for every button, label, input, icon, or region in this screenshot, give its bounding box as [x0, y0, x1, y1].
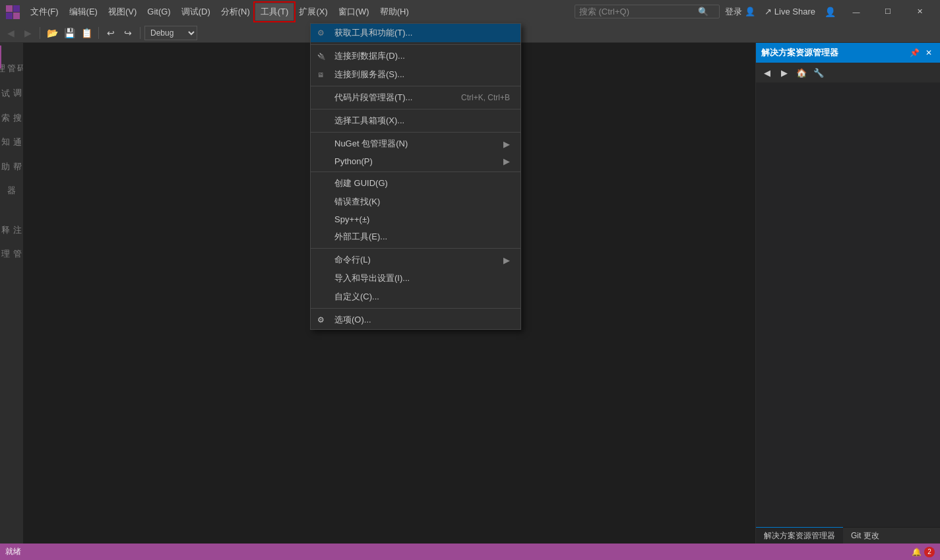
restore-button[interactable]: ☐ — [873, 0, 903, 23]
status-text: 就绪 — [5, 546, 21, 557]
svg-rect-3 — [13, 13, 20, 19]
menu-bar: 文件(F) 编辑(E) 视图(V) Git(G) 调试(D) 分析(N) 工具(… — [25, 3, 569, 20]
solution-home-btn[interactable]: 🏠 — [794, 65, 809, 80]
menu-item-view[interactable]: 视图(V) — [103, 3, 142, 20]
python-label: Python(P) — [334, 156, 373, 166]
menu-sep1 — [311, 44, 520, 45]
notification-area[interactable]: 🔔 2 — [912, 547, 935, 557]
solution-settings-btn[interactable]: 🔧 — [811, 65, 826, 80]
activity-help[interactable]: 帮助 — [0, 143, 23, 166]
menu-commandline[interactable]: 命令行(L) ▶ — [311, 251, 520, 269]
toolbar-back-btn[interactable]: ◀ — [3, 25, 18, 41]
user-icon: 👤 — [745, 7, 755, 16]
menu-connect-db[interactable]: 🔌 连接到数据库(D)... — [311, 47, 520, 65]
live-share-icon: ↗ — [765, 7, 772, 16]
snippet-label: 代码片段管理器(T)... — [334, 92, 412, 104]
toolbar-saveall-btn[interactable]: 📋 — [78, 25, 94, 41]
menu-item-help[interactable]: 帮助(H) — [375, 3, 414, 20]
menu-snippet-manager[interactable]: 代码片段管理器(T)... Ctrl+K, Ctrl+B — [311, 88, 520, 107]
toolbar-forward-btn[interactable]: ▶ — [20, 25, 36, 41]
menu-customize[interactable]: 自定义(C)... — [311, 288, 520, 306]
nuget-label: NuGet 包管理器(N) — [334, 138, 408, 150]
solution-panel-actions: 📌 ✕ — [908, 47, 935, 59]
toolbar-config-dropdown[interactable]: Debug Release — [144, 26, 197, 40]
toolbox-label: 选择工具箱项(X)... — [334, 115, 404, 127]
bell-icon: 🔔 — [912, 547, 922, 557]
solution-tab-solution[interactable]: 解决方案资源管理器 — [756, 527, 843, 544]
menu-sep7 — [311, 308, 520, 309]
python-arrow-icon: ▶ — [493, 156, 510, 166]
menu-item-file[interactable]: 文件(F) — [25, 3, 64, 20]
menu-choose-toolbox[interactable]: 选择工具箱项(X)... — [311, 111, 520, 130]
login-button[interactable]: 登录 👤 — [725, 6, 755, 18]
solution-back-btn[interactable]: ◀ — [760, 65, 774, 80]
live-share-button[interactable]: ↗ Live Share — [761, 5, 819, 18]
login-label: 登录 — [725, 6, 742, 18]
connect-db-label: 连接到数据库(D)... — [334, 50, 405, 62]
menu-item-edit[interactable]: 编辑(E) — [64, 3, 103, 20]
app-logo — [5, 5, 20, 19]
toolbar-sep3 — [140, 27, 141, 39]
menu-sep3 — [311, 109, 520, 109]
server-icon: 🖥 — [317, 71, 324, 78]
import-export-label: 导入和导出设置(I)... — [334, 272, 410, 284]
toolbar-sep2 — [98, 27, 99, 39]
status-right: 🔔 2 — [912, 547, 935, 557]
snippet-shortcut: Ctrl+K, Ctrl+B — [440, 93, 510, 102]
menu-item-analyze[interactable]: 分析(N) — [216, 3, 255, 20]
menu-create-guid[interactable]: 创建 GUID(G) — [311, 174, 520, 193]
panel-close-button[interactable]: ✕ — [923, 47, 935, 59]
search-input[interactable] — [579, 7, 698, 16]
live-share-label: Live Share — [774, 7, 815, 16]
commandline-arrow-icon: ▶ — [493, 255, 510, 265]
activity-search[interactable]: 搜索 — [0, 94, 23, 117]
menu-spy[interactable]: Spy++(±) — [311, 211, 520, 228]
solution-tab-git[interactable]: Git 更改 — [843, 528, 887, 544]
menu-item-debug[interactable]: 调试(D) — [176, 3, 216, 20]
menu-options[interactable]: ⚙ 选项(O)... — [311, 311, 520, 329]
activity-notifications[interactable]: 通知 — [0, 119, 23, 142]
menu-connect-server[interactable]: 🖥 连接到服务器(S)... — [311, 65, 520, 84]
create-guid-label: 创建 GUID(G) — [334, 177, 388, 189]
toolbar-redo-btn[interactable]: ↪ — [120, 25, 136, 41]
menu-nuget[interactable]: NuGet 包管理器(N) ▶ — [311, 135, 520, 153]
tools-dropdown-menu: ⚙ 获取工具和功能(T)... 🔌 连接到数据库(D)... 🖥 连接到服务器(… — [310, 23, 521, 330]
status-left: 就绪 — [5, 546, 21, 557]
menu-item-tools[interactable]: 工具(T) — [255, 3, 294, 20]
panel-pin-button[interactable]: 📌 — [908, 47, 920, 59]
close-button[interactable]: ✕ — [904, 0, 935, 23]
menu-python[interactable]: Python(P) ▶ — [311, 153, 520, 170]
commandline-label: 命令行(L) — [334, 254, 371, 266]
db-icon: 🔌 — [317, 53, 325, 60]
toolbar-save-btn[interactable]: 💾 — [61, 25, 77, 41]
search-icon[interactable]: 🔍 — [698, 7, 708, 16]
options-gear-icon: ⚙ — [317, 315, 325, 325]
toolbar-sep1 — [40, 27, 40, 39]
activity-item6[interactable]: 器 — [0, 168, 23, 191]
svg-rect-1 — [13, 5, 20, 12]
menu-item-extensions[interactable]: 扩展(X) — [294, 3, 332, 20]
menu-external-tools[interactable]: 外部工具(E)... — [311, 228, 520, 246]
menu-get-tools[interactable]: ⚙ 获取工具和功能(T)... — [311, 24, 520, 42]
activity-debug[interactable]: 调试 — [0, 70, 23, 93]
activity-manage[interactable]: 管理 — [0, 231, 23, 254]
minimize-button[interactable]: — — [841, 0, 871, 23]
menu-item-git[interactable]: Git(G) — [142, 4, 175, 19]
solution-toolbar: ◀ ▶ 🏠 🔧 — [756, 63, 940, 82]
toolbar-open-btn[interactable]: 📂 — [44, 25, 60, 41]
solution-explorer-panel: 解决方案资源管理器 📌 ✕ ◀ ▶ 🏠 🔧 解决方案资源管理器 Git 更改 — [755, 43, 940, 544]
solution-panel-header: 解决方案资源管理器 📌 ✕ — [756, 43, 940, 63]
menu-error-lookup[interactable]: 错误查找(K) — [311, 193, 520, 211]
solution-forward-btn[interactable]: ▶ — [777, 65, 792, 80]
menu-item-window[interactable]: 窗口(W) — [333, 3, 375, 20]
activity-source-control[interactable]: 源码管理器 — [0, 46, 23, 69]
get-tools-label: 获取工具和功能(T)... — [334, 27, 412, 39]
error-lookup-label: 错误查找(K) — [334, 196, 380, 208]
toolbar-undo-btn[interactable]: ↩ — [103, 25, 119, 41]
notification-badge: 2 — [924, 547, 935, 557]
solution-panel-title: 解决方案资源管理器 — [761, 47, 838, 59]
menu-import-export[interactable]: 导入和导出设置(I)... — [311, 269, 520, 288]
svg-rect-0 — [6, 5, 13, 12]
search-box[interactable]: 🔍 — [575, 5, 720, 18]
activity-comment[interactable]: 注释 — [0, 206, 23, 230]
